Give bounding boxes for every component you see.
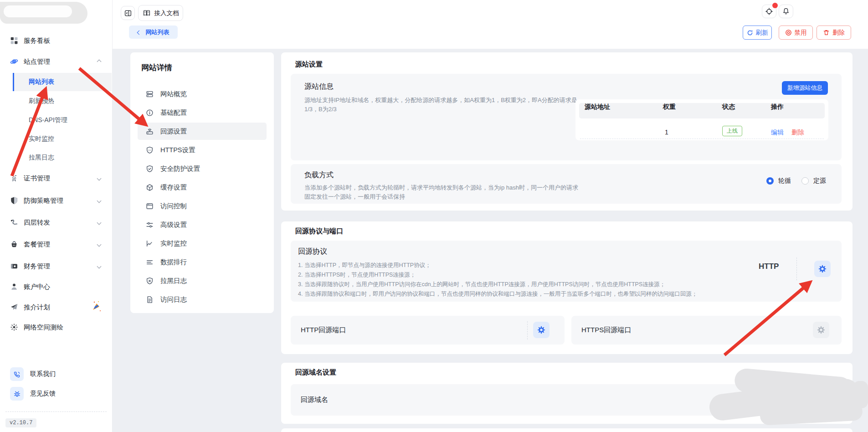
sidebar-item-label: 四层转发 (24, 218, 50, 227)
feedback-label: 意见反馈 (30, 390, 56, 398)
detail-menu-advanced-settings[interactable]: 高级设置 (138, 216, 267, 233)
sidebar-subitem-label: 网站列表 (29, 78, 54, 86)
col-actions: 操作 (771, 103, 784, 111)
back-to-site-list-button[interactable]: 网站列表 (129, 26, 178, 39)
detail-menu-blacklist-log[interactable]: 拉黑日志 (138, 272, 267, 289)
https-port-gear-button[interactable] (813, 322, 829, 338)
paper-plane-icon (10, 303, 18, 311)
crosshair-icon (765, 7, 773, 15)
book-icon (143, 9, 151, 17)
sidebar-item-dashboard[interactable]: 服务看板 (0, 32, 113, 49)
delete-link[interactable]: 删除 (791, 129, 804, 137)
refresh-button[interactable]: 刷新 (743, 26, 772, 40)
edit-link[interactable]: 编辑 (771, 129, 784, 137)
add-origin-button[interactable]: 新增源站信息 (782, 81, 828, 95)
sidebar-item-realtime-monitor[interactable]: 实时监控 (0, 131, 113, 147)
shield-icon (10, 196, 18, 205)
notifications-button[interactable] (779, 5, 793, 18)
rank-lines-icon (146, 258, 154, 266)
gear-icon (537, 325, 546, 334)
protocol-rule-2: 2. 当选择HTTPS时，节点使用HTTPS连接源； (298, 270, 697, 280)
gear-icon (817, 325, 826, 334)
chevron-down-icon (97, 264, 102, 268)
detail-menu-label: 高级设置 (160, 221, 187, 229)
protocol-port-card: 回源协议与端口 回源协议 1. 当选择HTTP，即节点与源的连接使用HTTP协议… (281, 221, 853, 354)
cube-icon (146, 184, 154, 191)
sidebar-item-finance-mgmt[interactable]: 财务管理 (0, 258, 113, 274)
sidebar-item-layer4-forward[interactable]: 四层转发 (0, 214, 113, 231)
https-port-box: HTTPS回源端口 (571, 316, 842, 345)
radio-selected-icon[interactable] (766, 177, 774, 185)
party-popper-icon (90, 300, 102, 314)
planet-icon (10, 57, 18, 66)
contact-us-button[interactable]: 联系我们 (10, 367, 56, 381)
sidebar-item-refresh-preheat[interactable]: 刷新预热 (0, 93, 113, 109)
sidebar-item-site-mgmt[interactable]: 站点管理 (0, 53, 113, 70)
radio-round-robin[interactable]: 轮循 (766, 177, 791, 185)
detail-menu-data-ranking[interactable]: 数据排行 (138, 253, 267, 271)
sidebar-item-account-center[interactable]: 账户中心 (0, 278, 113, 295)
detail-menu-https-settings[interactable]: HTTPS设置 (138, 141, 267, 159)
next-card-sliver (281, 428, 853, 432)
http-port-gear-button[interactable] (533, 322, 550, 338)
load-balance-desc-line2: 固定发往一个源站，一般用于会话保持 (304, 192, 578, 201)
detail-menu-label: 回源设置 (160, 127, 187, 136)
detail-menu-security-protection[interactable]: 安全防护设置 (138, 160, 267, 177)
sidebar-item-plan-mgmt[interactable]: 套餐管理 (0, 236, 113, 252)
protocol-box: 回源协议 1. 当选择HTTP，即节点与源的连接使用HTTP协议； 2. 当选择… (291, 241, 842, 302)
detail-menu-access-log[interactable]: 访问日志 (138, 291, 267, 308)
detail-menu-site-overview[interactable]: 网站概览 (138, 85, 267, 103)
sidebar-item-blacklist-log[interactable]: 拉黑日志 (0, 149, 113, 166)
info-icon (146, 109, 154, 117)
chevron-down-icon (97, 242, 102, 247)
server-icon (146, 90, 154, 98)
table-row-divider (580, 139, 824, 139)
sidebar-collapse-button[interactable] (121, 6, 135, 20)
detail-menu-access-control[interactable]: 访问控制 (138, 197, 267, 215)
disable-button[interactable]: 禁用 (779, 26, 813, 40)
cell-weight: 1 (665, 129, 668, 136)
sidebar-item-cert-mgmt[interactable]: 证书管理 (0, 170, 113, 186)
sidebar-item-cyberspace-mapping[interactable]: 网络空间测绘 (0, 319, 113, 335)
radar-icon (10, 323, 18, 331)
origin-table-header (579, 103, 825, 118)
detail-menu-label: 基础配置 (160, 108, 187, 117)
col-origin-address: 源站地址 (585, 103, 610, 111)
sidebar-subitem-label: 实时监控 (29, 135, 54, 143)
detail-menu-cache-settings[interactable]: 缓存设置 (138, 179, 267, 196)
protocol-rules: 1. 当选择HTTP，即节点与源的连接使用HTTP协议； 2. 当选择HTTPS… (298, 261, 697, 299)
load-balance-box: 负载方式 当添加多个源站时，负载方式为轮循时，请求平均地转发到各个源站，当为ip… (291, 164, 842, 204)
panel-collapse-icon (124, 9, 132, 17)
detail-card-title: 网站详情 (141, 62, 172, 73)
detail-menu-basic-config[interactable]: 基础配置 (138, 104, 267, 121)
radio-fixed-origin[interactable]: 定源 (801, 177, 826, 185)
browser-window-icon (146, 202, 154, 210)
user-icon (10, 283, 18, 291)
col-status: 状态 (722, 103, 735, 111)
detail-menu-realtime-monitor[interactable]: 实时监控 (138, 235, 267, 252)
origin-info-title: 源站信息 (304, 82, 334, 92)
sidebar-item-dns-api[interactable]: DNS-API管理 (0, 112, 113, 129)
radio-unselected-icon[interactable] (801, 177, 809, 185)
line-chart-icon (146, 240, 154, 247)
protocol-settings-gear-button[interactable] (814, 261, 831, 277)
origin-info-desc-line1: 源地址支持IP地址和域名，权重越大，分配给源的请求越多，如A权重为1，B权重为2… (304, 96, 577, 105)
delete-button[interactable]: 删除 (817, 26, 851, 40)
sidebar-item-label: 网络空间测绘 (24, 323, 63, 332)
sidebar-item-site-list[interactable]: 网站列表 (13, 73, 112, 91)
detail-menu-origin-settings[interactable]: 回源设置 (138, 123, 267, 140)
sidebar-divider (5, 411, 107, 412)
docs-button[interactable]: 接入文档 (138, 5, 183, 21)
feedback-button[interactable]: 意见反馈 (10, 387, 56, 401)
app-root: 服务看板 站点管理 网站列表 刷新预热 DNS-API管理 实时监控 拉黑日志 … (0, 0, 868, 432)
dashboard-icon (10, 36, 18, 45)
protocol-divider (796, 257, 797, 280)
forward-icon (10, 218, 18, 226)
sidebar-item-defense-mgmt[interactable]: 防御策略管理 (0, 192, 113, 209)
chevron-up-icon (97, 59, 102, 64)
load-balance-title: 负载方式 (304, 170, 334, 180)
detail-menu-label: 拉黑日志 (160, 277, 187, 285)
contact-us-label: 联系我们 (30, 370, 56, 378)
origin-table: 源站地址 权重 状态 操作 1 上线 编辑 删除 (575, 99, 828, 140)
http-port-label: HTTP回源端口 (301, 326, 346, 334)
